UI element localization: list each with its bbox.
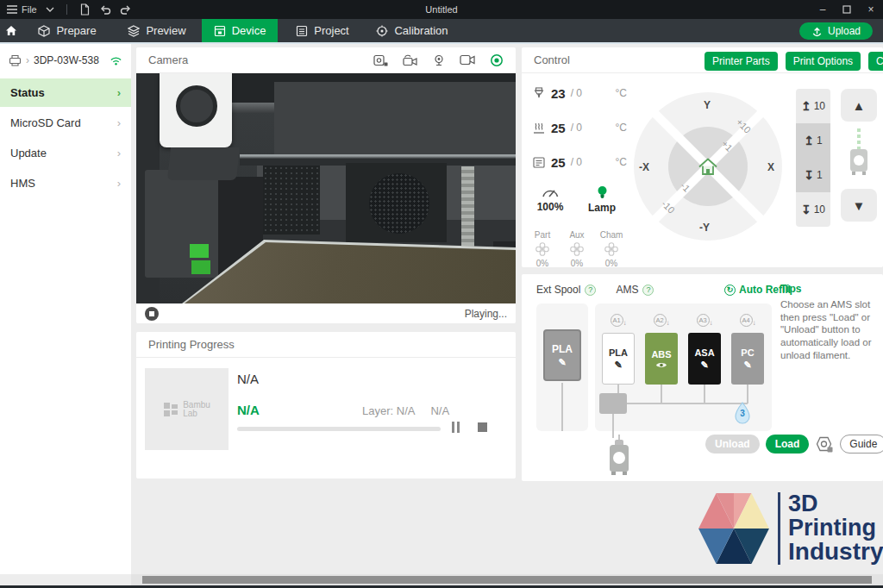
tab-calibration-label: Calibration [394,24,448,37]
video-camera-icon [460,54,475,66]
video-toggle-button[interactable] [460,54,475,66]
calibration-button[interactable]: Calibration [868,52,883,71]
tab-preview[interactable]: Preview [112,19,202,42]
printer-parts-button[interactable]: Printer Parts [705,52,778,71]
tab-project-label: Project [314,24,348,37]
camera-active-button[interactable] [490,53,504,67]
bed-down-1-button[interactable]: ↥1 [796,158,830,192]
ams-slot-3[interactable]: ASA ✎ [688,333,721,385]
stream-stop-button[interactable] [145,307,159,321]
ams-settings-button[interactable] [815,435,834,454]
arrow-down-from-bar-icon: ↥ [801,203,811,216]
ams-slot-2[interactable]: ABS [645,333,678,385]
minimize-button[interactable]: – [811,0,835,19]
maximize-button[interactable] [835,0,859,19]
stream-status: Playing... [465,308,507,320]
print-options-button[interactable]: Print Options [786,52,861,71]
chamber-fan-control[interactable]: Cham 0% [598,230,625,268]
hamburger-icon [7,5,17,14]
bed-temp-target: / 0 [571,122,582,134]
close-button[interactable]: × [859,0,883,19]
unload-button[interactable]: Unload [705,435,760,454]
ams-hub [599,393,627,414]
printer-selector[interactable]: › 3DP-03W-538 [0,44,131,78]
toolhead-extruder-glyph [604,435,634,476]
tab-device[interactable]: Device [202,19,278,42]
load-button[interactable]: Load [766,435,810,454]
home-button[interactable] [0,19,22,42]
title-bar: File Untitled – × [0,0,883,19]
xy-jog-dial[interactable]: Y -Y X -X +10 +1 -1 -10 [634,92,782,241]
arrow-down-icon: ↓ [667,319,670,327]
horizontal-scrollbar-track[interactable] [131,574,883,585]
nozzle-temp-row[interactable]: 23 / 0 °C [532,80,627,106]
arrow-down-icon: ↓ [710,319,713,327]
timelapse-button[interactable] [403,54,418,66]
home-axes-button[interactable] [686,145,730,188]
file-menu[interactable]: File [7,4,37,15]
horizontal-scrollbar-thumb[interactable] [142,576,872,584]
tab-project[interactable]: Project [278,19,367,42]
sidebar-item-label: HMS [10,177,35,190]
auto-refill-icon: ↻ [724,285,736,296]
upload-button[interactable]: Upload [799,22,873,40]
speed-control[interactable]: 100% [530,185,570,214]
jog-y-minus-label: -Y [699,222,710,234]
slot-material: ABS [651,349,671,360]
fan-icon [604,241,619,257]
humidity-indicator[interactable]: 3 [733,402,752,424]
guide-button[interactable]: Guide [840,435,883,454]
sidebar-item-update[interactable]: Update› [0,139,131,167]
bed-up-10-button[interactable]: ↥10 [796,89,830,123]
arrow-down-from-bar-icon: ↥ [804,168,814,182]
redo-button[interactable] [120,5,132,15]
edit-pen-icon[interactable]: ✎ [558,357,566,368]
file-dropdown-button[interactable] [46,7,54,13]
chevron-right-icon: › [117,86,121,99]
chamber-temp-target: / 0 [571,156,582,168]
sidebar-item-hms[interactable]: HMS› [0,169,131,197]
recording-toggle-button[interactable] [373,54,388,66]
webcam-button[interactable] [433,54,445,66]
undo-button[interactable] [99,5,111,15]
ams-help-icon[interactable]: ? [642,285,654,296]
control-panel-title: Control [534,53,570,66]
sidebar-item-microsd[interactable]: MicroSD Card› [0,109,131,137]
aux-fan-control[interactable]: Aux 0% [563,230,591,268]
upload-icon [811,26,823,37]
ams-slot-4[interactable]: PC ✎ [731,333,764,385]
slot-a3-header: A3↓ [688,310,721,327]
bed-temp-row[interactable]: 25 / 0 °C [532,115,627,141]
lamp-toggle[interactable]: Lamp [582,185,622,214]
bed-up-1-button[interactable]: ↥1 [796,123,830,158]
tab-calibration[interactable]: Calibration [367,19,457,42]
edit-pen-icon[interactable]: ✎ [743,360,751,371]
sidebar-item-status[interactable]: Status› [0,78,131,107]
print-progress-bar [237,427,441,431]
tab-prepare-label: Prepare [56,24,96,37]
pause-print-button[interactable] [452,422,464,434]
edit-pen-icon[interactable]: ✎ [614,360,622,371]
eye-icon[interactable] [655,361,667,369]
ext-spool-material: PLA [552,343,573,355]
ext-spool-help-icon[interactable]: ? [585,285,596,296]
camera-feed [136,73,516,303]
bed-step-value: 1 [817,169,823,181]
bed-down-10-button[interactable]: ↥10 [796,192,830,227]
ext-spool-slot[interactable]: PLA ✎ [543,329,581,381]
part-fan-value: 0% [529,259,556,268]
ams-slot-1[interactable]: PLA ✎ [602,333,635,385]
extrude-up-button[interactable]: ▲ [841,89,877,122]
extrude-down-button[interactable]: ▼ [841,189,877,222]
edit-pen-icon[interactable]: ✎ [700,360,708,371]
tab-prepare[interactable]: Prepare [22,19,112,42]
layer-label: Layer: N/A [362,404,415,417]
slot-id-badge: A3 [697,314,710,327]
chamber-temp-row[interactable]: 25 / 0 °C [532,149,627,175]
tips-block: Tips Choose an AMS slot then press "Load… [780,283,882,362]
part-fan-control[interactable]: Part 0% [529,230,556,268]
logo-line-printing: Printing [788,516,883,541]
new-project-button[interactable] [79,3,91,16]
stop-print-button[interactable] [478,422,487,432]
camera-feed-toolhead-fan [176,85,217,127]
